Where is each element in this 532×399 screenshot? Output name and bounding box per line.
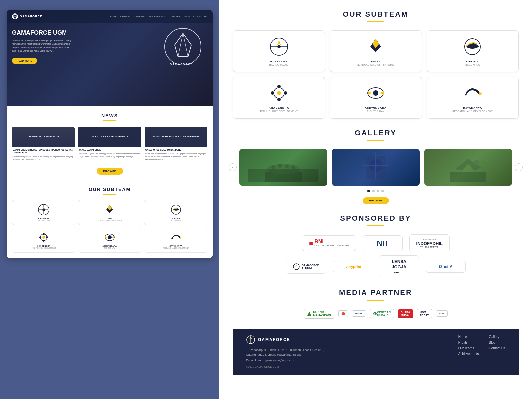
subteam-desc-ash-r: FIGHTER UAV xyxy=(334,110,417,112)
nav-links: HOME PROFILE SUBTEAMS ACHIEVEMENTS GALLE… xyxy=(110,15,207,17)
svg-marker-60 xyxy=(307,312,311,316)
nav-profile[interactable]: PROFILE xyxy=(120,15,130,17)
navbar: GAMAFORCE HOME PROFILE SUBTEAMS ACHIEVEM… xyxy=(7,10,213,23)
gallery-prev-button[interactable]: ‹ xyxy=(229,163,237,171)
footer-link-teams[interactable]: Our Teams xyxy=(458,346,479,350)
gallery-underline xyxy=(367,140,384,141)
sponsor-row-2: GAMAFORCEALUMNI everyprint LENSAJOGJA.co… xyxy=(233,255,519,278)
nav-gallery[interactable]: GALLERY xyxy=(170,15,180,17)
subteam-icon-rasayana-r xyxy=(269,37,289,57)
subteam-grid-left: RASAYANA RACING PLANE ISNB* VERTICAL TAK… xyxy=(12,200,207,253)
subteam-card-fw-l: FIACRIA FIXED WING xyxy=(144,200,207,225)
generasi-muda-icon: G xyxy=(373,312,377,316)
subteam-icon-vtol-r xyxy=(366,37,386,57)
dot-4[interactable] xyxy=(381,190,384,192)
svg-point-17 xyxy=(42,236,45,239)
subteam-icon-ash-r xyxy=(366,83,386,103)
media-suara-muda: SUARAMUDA xyxy=(398,309,413,318)
media-sos: SOS xyxy=(436,310,448,317)
nav-home[interactable]: HOME xyxy=(110,15,117,17)
nav-contact[interactable]: CONTACT US xyxy=(193,15,207,17)
subteam-section-right: OUR SUBTEAM RASAYANA RACING PLANE xyxy=(233,10,519,119)
gallery-section: GALLERY ‹ xyxy=(233,129,519,204)
hero-description: GAMAFORCE (Gadjah Mada Flying Object Res… xyxy=(12,39,74,53)
subteam-card-vtol-r: ISNB* VERTICAL TAKE OFF LANDING xyxy=(330,30,422,72)
right-panel: OUR SUBTEAM RASAYANA RACING PLANE xyxy=(219,0,532,399)
website-mockup: GAMAFORCE HOME PROFILE SUBTEAMS ACHIEVEM… xyxy=(7,10,213,258)
media-title: MEDIA PARTNER xyxy=(233,288,519,297)
hero-content: GAMAFORCE UGM GAMAFORCE (Gadjah Mada Fly… xyxy=(7,23,80,70)
nav-subteams[interactable]: SUBTEAMS xyxy=(133,15,145,17)
nav-logo: GAMAFORCE xyxy=(12,13,42,19)
gallery-browse-wrap: BROWSE xyxy=(233,197,519,204)
news-browse-button[interactable]: BROWSE xyxy=(97,168,123,175)
subteam-card-khag-r: KHAGENDRA TECHNOLOGY DEVELOPMENT xyxy=(233,77,325,119)
svg-marker-59 xyxy=(295,265,297,267)
svg-point-40 xyxy=(284,91,287,95)
footer-address: Jl. Podocarpus II, Blok D, No. 13 (Rumah… xyxy=(246,348,445,357)
hero-logo-circle: GAMAFORCE xyxy=(163,27,203,66)
gamaforce-alumni-icon xyxy=(293,263,300,270)
subteam-name-rasayana-l: RASAYANA xyxy=(14,217,73,219)
read-more-button[interactable]: READ MORE xyxy=(12,58,37,64)
subteam-name-khag-l: KHAGENDRA xyxy=(14,245,73,247)
subteam-desc-khag-r: TECHNOLOGY DEVELOPMENT xyxy=(237,110,321,112)
indofadhil-main: INDOFADHIL xyxy=(416,241,443,246)
subteam-card-ash-l: ASHWINCARA FIGHTER UAV xyxy=(78,228,142,253)
hero-title: GAMAFORCE UGM xyxy=(12,29,74,36)
news-card-img-3: GAMAFORCE GOES TO BANDUNG! xyxy=(145,127,207,147)
nav-blog[interactable]: BLOG xyxy=(184,15,190,17)
dot-3[interactable] xyxy=(377,190,379,192)
subteam-name-fw-r: FIACRIA xyxy=(431,60,514,63)
subteam-card-khag-l: KHAGENDRA TECHNOLOGY DEVELOPMENT xyxy=(12,228,75,253)
svg-point-38 xyxy=(277,98,281,101)
gallery-next-button[interactable]: › xyxy=(515,163,523,171)
gallery-image-3 xyxy=(424,149,512,186)
subteam-icon-khag-l xyxy=(38,231,50,243)
hero-section: GAMAFORCE HOME PROFILE SUBTEAMS ACHIEVEM… xyxy=(7,10,213,106)
subteam-name-vtol-l: ISNB* xyxy=(80,217,139,219)
subteam-name-ash-l: ASHWINCARA xyxy=(80,245,139,247)
subteam-desc-vtol-r: VERTICAL TAKE OFF LANDING xyxy=(334,64,417,66)
subteam-icon-vtol-l xyxy=(104,204,116,216)
dot-1[interactable] xyxy=(367,190,370,192)
svg-point-47 xyxy=(267,164,300,174)
media-grid: RUANGMAHASISWA 🔴 MMTC G GENERASIMUDA ID … xyxy=(233,309,519,319)
footer-link-gallery[interactable]: Gallery xyxy=(489,335,505,339)
gallery-image-1 xyxy=(239,149,327,186)
media-mmtc: MMTC xyxy=(352,310,366,317)
subteam-desc-day-l: RESEARCH AND DEVELOPMENT xyxy=(146,247,205,249)
lensa-jogja-text: LENSAJOGJA.com xyxy=(392,259,406,275)
svg-point-21 xyxy=(46,236,48,238)
ruang-mahasiswa-icon xyxy=(307,311,312,316)
sponsor-gamaforce-alumni: GAMAFORCEALUMNI xyxy=(286,260,326,274)
nav-achievements[interactable]: ACHIEVEMENTS xyxy=(149,15,166,17)
svg-marker-26 xyxy=(180,237,182,239)
footer-link-contact[interactable]: Contact Us xyxy=(489,346,505,350)
subteam-desc-vtol-l: VERTICAL TAKE OFF LANDING xyxy=(80,220,139,221)
subteam-desc-day-r: RESEARCH AND DEVELOPMENT xyxy=(431,110,514,112)
svg-text:GAMAFORCE: GAMAFORCE xyxy=(170,63,193,66)
subteam-desc-ash-l: FIGHTER UAV xyxy=(80,247,139,249)
subteam-name-fw-l: FIACRIA xyxy=(146,217,205,219)
media-underline xyxy=(367,300,384,301)
sponsor-lensa-jogja: LENSAJOGJA.com xyxy=(379,255,419,278)
subteam-card-fw-r: FIACRIA FIXED WING xyxy=(427,30,519,72)
dot-2[interactable] xyxy=(372,190,375,192)
footer-link-blog[interactable]: Blog xyxy=(489,341,505,344)
footer-link-profile[interactable]: Profile xyxy=(458,341,479,344)
subteam-card-vtol-l: ISNB* VERTICAL TAKE OFF LANDING xyxy=(78,200,142,225)
svg-marker-4 xyxy=(175,33,191,57)
footer-link-achievements[interactable]: Achievements xyxy=(458,352,479,356)
svg-point-20 xyxy=(39,236,41,238)
subteam-name-rasayana-r: RASAYANA xyxy=(237,60,321,63)
svg-point-36 xyxy=(277,91,281,95)
footer-link-home[interactable]: Home xyxy=(458,335,479,339)
svg-point-49 xyxy=(278,164,282,168)
subteam-card-ash-r: ASHWINCARA FIGHTER UAV xyxy=(330,77,422,119)
media-ugm-today: UGMTODAY xyxy=(417,309,432,318)
gallery-browse-button[interactable]: BROWSE xyxy=(363,197,389,204)
gallery-image-2 xyxy=(332,149,420,186)
gallery-grid xyxy=(239,149,512,186)
svg-rect-56 xyxy=(450,172,486,182)
